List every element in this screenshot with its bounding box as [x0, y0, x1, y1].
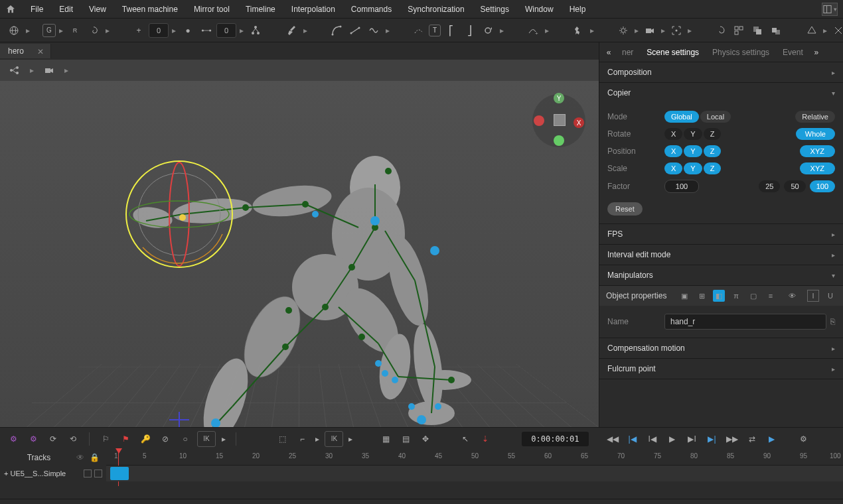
spiral2-icon[interactable]: [712, 22, 729, 39]
menu-window[interactable]: Window: [518, 2, 560, 17]
chevron-down-icon[interactable]: ▸: [57, 22, 65, 39]
square-icon[interactable]: ▢: [747, 290, 759, 302]
grid-letter-icon[interactable]: G: [42, 24, 56, 37]
position-xyz-button[interactable]: XYZ: [800, 145, 835, 157]
refresh2-icon[interactable]: ⟲: [65, 431, 81, 447]
rotate-whole-button[interactable]: Whole: [796, 128, 835, 140]
gear-purple2-icon[interactable]: ⚙: [25, 431, 41, 447]
chevron-down-icon[interactable]: ▸: [314, 431, 321, 447]
navigation-cube[interactable]: Y X: [532, 94, 585, 147]
refresh-icon[interactable]: ⟳: [45, 431, 61, 447]
mode-relative-button[interactable]: Relative: [795, 111, 835, 123]
section-copier[interactable]: Copier ▾: [599, 83, 843, 103]
play-blue-icon[interactable]: ▶: [764, 431, 780, 447]
flag-outline-icon[interactable]: ⚐: [98, 431, 114, 447]
position-y-button[interactable]: Y: [684, 145, 702, 157]
rotate-y-button[interactable]: Y: [684, 128, 702, 140]
curve-dots-icon[interactable]: [410, 22, 427, 39]
chevron-down-icon[interactable]: ▸: [238, 22, 246, 39]
next-frame-icon[interactable]: ▶I: [684, 431, 700, 447]
cam-solid-icon[interactable]: [40, 62, 58, 78]
tab-physics-settings[interactable]: Physics settings: [706, 44, 776, 61]
grid2-icon[interactable]: ▤: [398, 431, 414, 447]
reset-button[interactable]: Reset: [607, 202, 643, 216]
chevron-down-icon[interactable]: ▸: [686, 22, 693, 39]
pi-icon[interactable]: π: [730, 290, 742, 302]
shape-icon[interactable]: [803, 22, 820, 39]
track-clip[interactable]: [110, 467, 129, 480]
close-icon[interactable]: ✕: [37, 47, 44, 56]
lock-icon[interactable]: 🔒: [90, 453, 100, 462]
chevron-down-icon[interactable]: ▸: [588, 22, 596, 39]
curve-linear-icon[interactable]: [346, 22, 364, 39]
chevron-down-icon[interactable]: ▸: [220, 431, 228, 447]
chevron-down-icon[interactable]: ▸: [28, 62, 36, 78]
range-icon[interactable]: [198, 22, 215, 39]
section-composition[interactable]: Composition ▸: [599, 62, 843, 82]
menu-sync[interactable]: Synchronization: [401, 2, 471, 17]
layers2-icon[interactable]: [767, 22, 785, 39]
tabs-scroll-right-icon[interactable]: »: [810, 48, 823, 57]
ik2-button[interactable]: IK: [325, 431, 343, 447]
flag-red-icon[interactable]: ⚑: [117, 431, 133, 447]
tool-icon[interactable]: [830, 22, 843, 39]
copy-icon[interactable]: ⎘: [830, 317, 835, 326]
grid-icon[interactable]: ▦: [378, 431, 394, 447]
track-row[interactable]: + UE5__S...Simple: [0, 466, 106, 481]
menu-view[interactable]: View: [82, 2, 113, 17]
axis-green-dot[interactable]: [554, 135, 564, 146]
factor-50-button[interactable]: 50: [784, 180, 805, 192]
chevron-down-icon[interactable]: ▸: [104, 22, 112, 39]
move-icon[interactable]: ✥: [418, 431, 433, 447]
track-lane[interactable]: [106, 466, 843, 481]
tabs-scroll-left-icon[interactable]: «: [602, 48, 615, 57]
globe-icon[interactable]: [5, 22, 23, 39]
factor-25-button[interactable]: 25: [759, 180, 780, 192]
section-manipulators[interactable]: Manipulators▾: [599, 265, 843, 285]
ik-button[interactable]: IK: [197, 431, 216, 447]
prev-key-icon[interactable]: |◀: [625, 431, 641, 447]
prev-frame-icon[interactable]: I◀: [645, 431, 660, 447]
menu-edit[interactable]: Edit: [52, 2, 80, 17]
position-x-button[interactable]: X: [664, 145, 682, 157]
tab-partial[interactable]: ner: [615, 44, 640, 61]
axis-red-dot[interactable]: [534, 115, 544, 126]
nav-cube-center[interactable]: [554, 114, 566, 126]
layout2-icon[interactable]: ⊞: [696, 290, 708, 302]
menu-help[interactable]: Help: [563, 2, 593, 17]
r-icon[interactable]: R: [66, 22, 84, 39]
timeline-ruler-area[interactable]: 1 5 10 15 20 25 30 35 40 45 50 55 60 65 …: [106, 450, 843, 487]
gear-icon[interactable]: [615, 22, 632, 39]
menu-interpolation[interactable]: Interpolation: [285, 2, 342, 17]
chevron-down-icon[interactable]: ▸: [170, 22, 178, 39]
eye-icon[interactable]: 👁: [786, 290, 798, 302]
skip-end-icon[interactable]: ▶▶: [724, 431, 740, 447]
position-z-button[interactable]: Z: [704, 145, 722, 157]
menu-settings[interactable]: Settings: [474, 2, 516, 17]
rotate-x-button[interactable]: X: [664, 128, 682, 140]
hierarchy-icon[interactable]: [247, 22, 264, 39]
mode-local-button[interactable]: Local: [700, 111, 731, 123]
circle-icon[interactable]: ○: [177, 431, 193, 447]
camera-icon[interactable]: [641, 22, 658, 39]
grid-add-icon[interactable]: [730, 22, 747, 39]
brush-icon[interactable]: [283, 22, 300, 39]
settings-gear-icon[interactable]: ⚙: [796, 431, 812, 447]
branch-icon[interactable]: [5, 62, 24, 78]
key-icon[interactable]: 🔑: [137, 431, 153, 447]
circle-arrow-icon[interactable]: [479, 22, 497, 39]
section-fulcrum[interactable]: Fulcrum point▸: [599, 359, 843, 379]
menu-commands[interactable]: Commands: [345, 2, 398, 17]
i-icon[interactable]: I: [807, 290, 819, 302]
timecode[interactable]: 0:00:00:01: [522, 432, 588, 446]
axis-x-icon[interactable]: X: [574, 117, 584, 128]
bracket-right-icon[interactable]: ⎦: [461, 22, 478, 39]
curve-plus-icon[interactable]: +: [524, 22, 542, 39]
menu-file[interactable]: File: [24, 2, 50, 17]
dot-icon[interactable]: ●: [179, 22, 196, 39]
wave-icon[interactable]: [365, 22, 382, 39]
layout3-icon[interactable]: ◧: [713, 290, 725, 302]
eye-icon[interactable]: 👁: [76, 453, 84, 462]
layout-button[interactable]: ▾: [822, 3, 838, 16]
viewport-tab-hero[interactable]: hero ✕: [0, 44, 51, 58]
